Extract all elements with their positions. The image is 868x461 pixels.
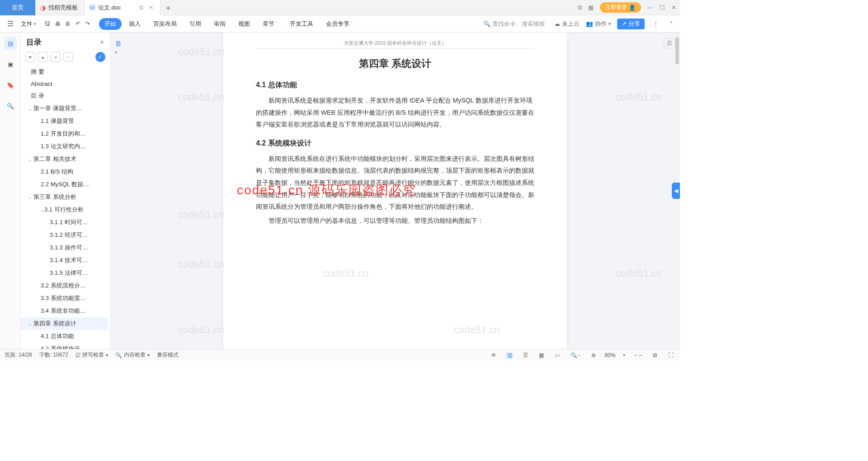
content-check[interactable]: 🔍内容检查▾ xyxy=(115,351,150,359)
close-tab-icon[interactable]: ✕ xyxy=(149,4,154,11)
toc-label: 3.4 系统非功能… xyxy=(41,307,86,314)
zoom-out-icon[interactable]: 🔍− xyxy=(569,352,582,358)
apps-icon[interactable]: ▦ xyxy=(588,4,594,11)
toc-label: 1.3 论文研究内… xyxy=(41,143,86,150)
bookmark-icon[interactable]: 🔖 xyxy=(4,79,17,91)
toc-item[interactable]: 3.4 系统非功能… xyxy=(21,305,108,317)
toc-item[interactable]: 2.2 MySQL 数据… xyxy=(21,178,108,191)
watermark: code51.cn xyxy=(616,91,662,103)
toc-item[interactable]: 3.1.5 法律可… xyxy=(21,267,108,279)
print-icon[interactable]: 🖶 xyxy=(55,20,61,27)
zoom-fit-icon[interactable]: ⊕ xyxy=(590,352,598,358)
check-icon: ☑ xyxy=(75,352,80,358)
tab-document[interactable]: Ⓦ 论文.doc ⧉ ✕ xyxy=(85,0,160,15)
close-window-icon[interactable]: ✕ xyxy=(671,4,676,11)
compat-mode[interactable]: 兼容模式 xyxy=(157,351,179,359)
toc-item[interactable]: 目 录 xyxy=(21,89,108,102)
toc-item[interactable]: 3.1.2 经济可… xyxy=(21,229,108,241)
share-button[interactable]: ↗分享 xyxy=(617,19,645,29)
share-icon: ↗ xyxy=(622,20,627,27)
search-rail-icon[interactable]: 🔍 xyxy=(4,99,17,112)
ribbon-collapse-icon[interactable]: ⌃ xyxy=(667,20,675,27)
section-heading: 4.2 系统模块设计 xyxy=(256,139,534,148)
toc-item[interactable]: 1.1 课题背景 xyxy=(21,115,108,127)
toc-item[interactable]: 1.2 开发目的和… xyxy=(21,127,108,140)
zoom-slider-decrease[interactable]: − − xyxy=(632,352,644,358)
ribbon-tab[interactable]: 视图 xyxy=(233,18,255,30)
ribbon-tab[interactable]: 引用 xyxy=(184,18,207,30)
reading-layout-icon[interactable]: 👁 xyxy=(489,352,498,358)
toc-item[interactable]: 2.1 B/S 结构 xyxy=(21,165,108,178)
toc-item[interactable]: ⌄第三章 系统分析 xyxy=(21,191,108,203)
ribbon-tab[interactable]: 会员专享 ˇ xyxy=(321,18,358,30)
dropdown-icon[interactable]: ▾ xyxy=(115,50,122,55)
collapse-all-icon[interactable]: ▾ xyxy=(25,52,35,62)
scroll-thumb[interactable] xyxy=(675,37,679,64)
document-page[interactable]: 大连交通大学 2019 届本科生毕业设计（论文） 第四章 系统设计 4.1 总体… xyxy=(223,33,567,349)
preview-icon[interactable]: 🗎 xyxy=(65,20,71,27)
search-placeholder: 查找命令、搜索模板 xyxy=(492,20,545,28)
toc-item[interactable]: ⌄第四章 系统设计 xyxy=(21,317,108,330)
toc-item[interactable]: ⌄第一章 课题背景… xyxy=(21,102,108,115)
ribbon-tab[interactable]: 开始 xyxy=(99,18,122,30)
command-search[interactable]: 🔍 查找命令、搜索模板 xyxy=(481,19,548,29)
undo-icon[interactable]: ↶ xyxy=(75,20,80,27)
file-menu[interactable]: 文件▾ xyxy=(17,20,40,28)
sidebar-close-icon[interactable]: ✕ xyxy=(99,39,104,46)
scrollbar[interactable] xyxy=(675,37,679,344)
toc-item[interactable]: 3.1.4 技术可… xyxy=(21,254,108,267)
toc-item[interactable]: 4.1 总体功能 xyxy=(21,330,108,343)
tab-template[interactable]: ◑ 找稻壳模板 xyxy=(36,0,85,15)
user-icon: 👤 xyxy=(629,5,636,11)
remove-level-icon[interactable]: － xyxy=(63,52,73,62)
outline-layout-icon[interactable]: ☰ xyxy=(521,352,530,358)
minimize-icon[interactable]: — xyxy=(647,4,653,11)
toolbox-icon[interactable]: ☰ xyxy=(664,38,675,48)
fullscreen-icon[interactable]: ⛶ xyxy=(666,352,675,358)
focus-mode-icon[interactable]: ▭ xyxy=(553,352,561,358)
toc-item[interactable]: 3.1.3 操作可… xyxy=(21,241,108,254)
web-layout-icon[interactable]: ▦ xyxy=(537,352,546,358)
outline-icon[interactable]: ▤ xyxy=(4,37,17,50)
maximize-icon[interactable]: ☐ xyxy=(660,4,665,11)
ribbon-more-icon[interactable]: ⋮ xyxy=(651,20,660,27)
collab-button[interactable]: 👥协作▾ xyxy=(586,20,611,28)
toc-item[interactable]: 摘 要 xyxy=(21,66,108,78)
ribbon-tab[interactable]: 章节 ˇ xyxy=(257,18,283,30)
menu-icon[interactable]: ☰ xyxy=(5,19,16,28)
toc-item[interactable]: 1.3 论文研究内… xyxy=(21,140,108,153)
ribbon-tab[interactable]: 插入 xyxy=(123,18,146,30)
spellcheck-toggle[interactable]: ☑拼写检查▾ xyxy=(75,351,108,359)
detach-icon[interactable]: ⧉ xyxy=(139,4,143,11)
word-count[interactable]: 字数: 10672 xyxy=(39,351,68,359)
ribbon-tab[interactable]: 开发工具 xyxy=(284,18,319,30)
redo-icon[interactable]: ↷ xyxy=(85,20,90,27)
page-count[interactable]: 页面: 14/28 xyxy=(5,351,32,359)
tab-home[interactable]: 首页 xyxy=(0,0,36,15)
page-layout-icon[interactable]: ▥ xyxy=(505,352,514,358)
expand-all-icon[interactable]: ▴ xyxy=(38,52,48,62)
toc-item[interactable]: 3.3 系统功能需… xyxy=(21,292,108,305)
left-rail: ▤ ▣ 🔖 🔍 xyxy=(0,33,21,349)
login-button[interactable]: 立即登录 👤 xyxy=(600,2,641,13)
sync-badge-icon[interactable]: ✓ xyxy=(95,52,105,62)
toc-item[interactable]: 4.2 系统模块设… xyxy=(21,343,108,349)
zoom-level[interactable]: 80% xyxy=(605,352,616,358)
page-icon[interactable]: 🗎 xyxy=(115,40,122,48)
toc-item[interactable]: 3.1.1 时间可… xyxy=(21,216,108,229)
best-fit-icon[interactable]: ⊞ xyxy=(651,352,659,358)
toc-item[interactable]: Abstract xyxy=(21,78,108,89)
ribbon-tab[interactable]: 审阅 xyxy=(208,18,231,30)
toc-item[interactable]: ⌄3.1 可行性分析 xyxy=(21,203,108,216)
nav-icon[interactable]: ▣ xyxy=(4,58,17,71)
save-icon[interactable]: 🖫 xyxy=(44,20,50,27)
new-tab-button[interactable]: ＋ xyxy=(160,2,176,13)
cloud-status[interactable]: ☁未上云 xyxy=(554,20,580,28)
chevron-down-icon: ⌄ xyxy=(28,195,32,200)
ribbon-tab[interactable]: 页面布局 xyxy=(148,18,182,30)
add-level-icon[interactable]: ＋ xyxy=(51,52,61,62)
search-icon: 🔍 xyxy=(483,20,491,27)
layout-icon[interactable]: ⧉ xyxy=(578,4,582,11)
toc-item[interactable]: 3.2 系统流程分… xyxy=(21,279,108,292)
toc-item[interactable]: ⌄第二章 相关技术 xyxy=(21,153,108,165)
